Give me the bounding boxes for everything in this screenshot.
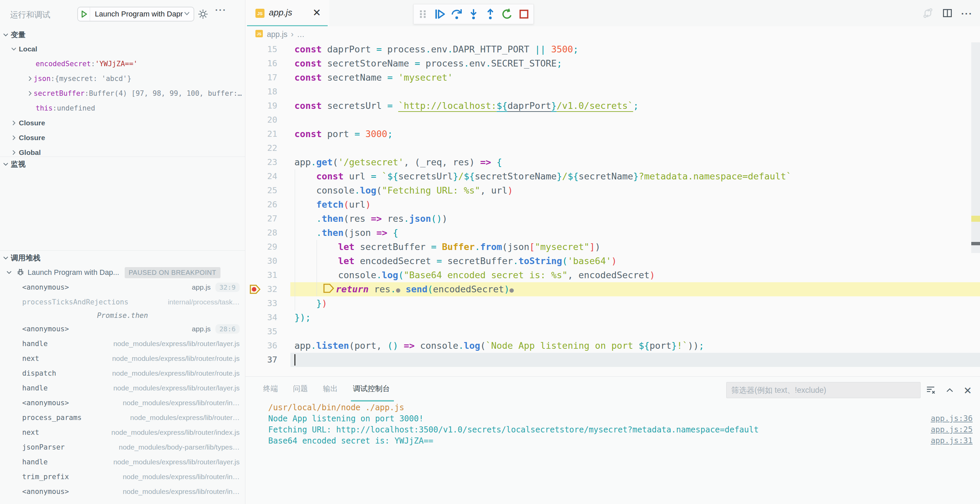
source-link[interactable]: app.js:36 — [931, 413, 973, 424]
variable-row[interactable]: json: {mysecret: 'abcd'} — [0, 71, 245, 86]
code-line-18[interactable]: 18 — [245, 85, 980, 99]
code-line-30[interactable]: 30 let encodedSecret = secretBuffer.toSt… — [245, 254, 980, 268]
stack-frame[interactable]: dispatchnode_modules/express/lib/router/… — [0, 366, 245, 381]
stack-frame[interactable]: <anonymous>app.js32:9 — [0, 280, 245, 295]
line-number[interactable]: 20 — [245, 113, 277, 127]
stack-frame[interactable]: process_paramsnode_modules/express/lib/r… — [0, 410, 245, 425]
close-panel-icon[interactable]: ✕ — [964, 386, 972, 396]
variable-row[interactable]: this: undefined — [0, 101, 245, 116]
tab-appjs[interactable]: JS app.js ✕ — [245, 0, 329, 26]
code-line-28[interactable]: 28 .then(json => { — [245, 226, 980, 240]
code-line-35[interactable]: 35 — [245, 324, 980, 339]
line-number[interactable]: 35 — [245, 324, 277, 339]
stack-frame[interactable]: handlenode_modules/express/lib/router/la… — [0, 381, 245, 396]
scope-row[interactable]: Closure — [0, 130, 245, 145]
line-number[interactable]: 32 — [245, 282, 277, 296]
line-number[interactable]: 25 — [245, 183, 277, 197]
code-line-27[interactable]: 27 .then(res => res.json()) — [245, 211, 980, 226]
code-line-24[interactable]: 24 const url = `${secretsUrl}/${secretSt… — [245, 169, 980, 183]
line-number[interactable]: 16 — [245, 56, 277, 71]
source-link[interactable]: app.js:31 — [931, 435, 973, 446]
line-number[interactable]: 31 — [245, 268, 277, 282]
code-line-36[interactable]: 36app.listen(port, () => console.log(`No… — [245, 339, 980, 353]
code-line-37[interactable]: 37 — [245, 353, 980, 367]
line-number[interactable]: 28 — [245, 226, 277, 240]
line-number[interactable]: 17 — [245, 71, 277, 85]
debug-console-filter[interactable] — [726, 382, 921, 398]
line-number[interactable]: 22 — [245, 141, 277, 155]
code-line-20[interactable]: 20 — [245, 113, 980, 127]
code-line-22[interactable]: 22 — [245, 141, 980, 155]
breadcrumb-file[interactable]: app.js — [267, 30, 287, 39]
code-line-19[interactable]: 19const secretsUrl = `http://localhost:$… — [245, 99, 980, 113]
panel-tab-输出[interactable]: 输出 — [323, 384, 338, 394]
code-line-15[interactable]: 15const daprPort = process.env.DAPR_HTTP… — [245, 42, 980, 56]
step-out-icon[interactable] — [483, 6, 498, 22]
code-line-31[interactable]: 31 console.log("Base64 encoded secret is… — [245, 268, 980, 282]
gear-icon[interactable] — [197, 9, 208, 21]
open-changes-icon[interactable] — [922, 7, 934, 20]
toolbar-drag-handle[interactable] — [416, 6, 431, 22]
more-actions-icon[interactable]: ··· — [215, 5, 226, 16]
stack-frame[interactable]: handlenode_modules/express/lib/router/la… — [0, 455, 245, 469]
stop-icon[interactable] — [517, 6, 531, 22]
panel-tab-问题[interactable]: 问题 — [293, 384, 308, 394]
line-number[interactable]: 26 — [245, 197, 277, 211]
panel-tab-终端[interactable]: 终端 — [263, 384, 278, 394]
code-line-26[interactable]: 26 fetch(url) — [245, 197, 980, 211]
line-number[interactable]: 34 — [245, 310, 277, 324]
maximize-panel-icon[interactable] — [945, 385, 955, 396]
section-header-call-stack[interactable]: 调用堆栈 — [0, 250, 245, 265]
section-header-watch[interactable]: 监视 — [0, 157, 245, 171]
line-number[interactable]: 27 — [245, 211, 277, 226]
line-number[interactable]: 18 — [245, 85, 277, 99]
code-line-25[interactable]: 25 console.log("Fetching URL: %s", url) — [245, 183, 980, 197]
stack-frame[interactable]: nextnode_modules/express/lib/router/rout… — [0, 351, 245, 366]
clear-console-icon[interactable] — [925, 385, 936, 397]
more-actions-icon[interactable]: ··· — [961, 8, 973, 19]
breadcrumb[interactable]: JS app.js › … — [245, 26, 980, 42]
line-number[interactable]: 24 — [245, 169, 277, 183]
code-line-29[interactable]: 29 let secretBuffer = Buffer.from(json["… — [245, 240, 980, 254]
stack-frame[interactable]: handlenode_modules/express/lib/router/la… — [0, 336, 245, 351]
code-line-21[interactable]: 21const port = 3000; — [245, 127, 980, 141]
variable-row[interactable]: secretBuffer: Buffer(4) [97, 98, 99, 100… — [0, 86, 245, 101]
stack-frame[interactable]: <anonymous>node_modules/express/lib/rout… — [0, 484, 245, 499]
section-header-variables[interactable]: 变量 — [0, 27, 245, 42]
code-line-34[interactable]: 34}); — [245, 310, 980, 324]
line-number[interactable]: 21 — [245, 127, 277, 141]
code-line-33[interactable]: 33 }) — [245, 296, 980, 310]
stack-frame[interactable]: <anonymous>node_modules/express/lib/rout… — [0, 396, 245, 410]
line-number[interactable]: 33 — [245, 296, 277, 310]
breadcrumb-more[interactable]: … — [297, 30, 304, 39]
code-line-23[interactable]: 23app.get('/getsecret', (_req, res) => { — [245, 155, 980, 169]
split-editor-icon[interactable] — [942, 7, 953, 20]
stack-frame[interactable]: nextnode_modules/express/lib/router/inde… — [0, 425, 245, 440]
line-number[interactable]: 15 — [245, 42, 277, 56]
scope-row[interactable]: Closure — [0, 116, 245, 130]
scope-row[interactable]: Global — [0, 145, 245, 157]
stack-frame[interactable]: trim_prefixnode_modules/express/lib/rout… — [0, 469, 245, 484]
line-number[interactable]: 36 — [245, 339, 277, 353]
debug-session-row[interactable]: Launch Program with Dap... PAUSED ON BRE… — [0, 265, 245, 280]
stack-frame[interactable]: jsonParsernode_modules/body-parser/lib/t… — [0, 440, 245, 455]
panel-tab-调试控制台[interactable]: 调试控制台 — [353, 384, 390, 394]
line-number[interactable]: 19 — [245, 99, 277, 113]
scope-row[interactable]: Local — [0, 42, 245, 56]
line-number[interactable]: 29 — [245, 240, 277, 254]
code-line-17[interactable]: 17const secretName = 'mysecret' — [245, 71, 980, 85]
code-line-32[interactable]: 32 return res.● send(encodedSecret)● — [245, 282, 980, 296]
line-number[interactable]: 30 — [245, 254, 277, 268]
step-into-icon[interactable] — [466, 6, 481, 22]
line-number[interactable]: 23 — [245, 155, 277, 169]
launch-config-dropdown[interactable]: Launch Program with Dapr — [77, 7, 194, 22]
source-link[interactable]: app.js:25 — [931, 424, 973, 435]
continue-icon[interactable] — [433, 6, 447, 22]
close-icon[interactable]: ✕ — [313, 7, 321, 19]
start-debug-button[interactable] — [78, 7, 90, 21]
code-line-16[interactable]: 16const secretStoreName = process.env.SE… — [245, 56, 980, 71]
stack-frame[interactable]: processTicksAndRejectionsinternal/proces… — [0, 295, 245, 310]
stack-frame[interactable]: <anonymous>app.js28:6 — [0, 321, 245, 336]
filter-input[interactable] — [726, 382, 921, 398]
variable-row[interactable]: encodedSecret: 'YWJjZA==' — [0, 56, 245, 71]
